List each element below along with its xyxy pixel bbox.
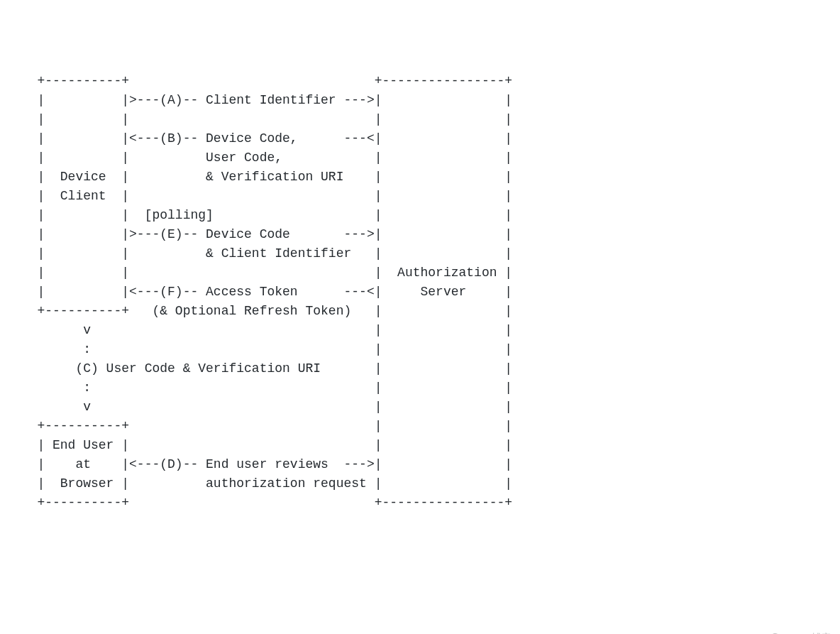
diagram-line: | Client | | |	[14, 189, 512, 203]
diagram-line: | |<---(B)-- Device Code, ---<| |	[14, 131, 512, 146]
diagram-line: +----------+ (& Optional Refresh Token) …	[14, 304, 512, 318]
diagram-line: | |>---(A)-- Client Identifier --->| |	[14, 93, 512, 107]
diagram-line: | |>---(E)-- Device Code --->| |	[14, 227, 512, 241]
diagram-line: v | |	[14, 323, 512, 337]
diagram-line: | |<---(F)-- Access Token ---<| Server |	[14, 285, 512, 299]
diagram-line: | Browser | authorization request | |	[14, 476, 512, 491]
diagram-line: : | |	[14, 381, 512, 395]
diagram-line: +----------+ +----------------+	[14, 496, 512, 510]
diagram-line: v | |	[14, 400, 512, 414]
diagram-line: | at |<---(D)-- End user reviews --->| |	[14, 457, 512, 471]
diagram-line: | | & Client Identifier | |	[14, 246, 512, 261]
diagram-line: : | |	[14, 342, 512, 356]
diagram-line: (C) User Code & Verification URI | |	[14, 361, 512, 376]
diagram-line: +----------+ +----------------+	[14, 74, 512, 88]
diagram-line: +----------+ | |	[14, 419, 512, 433]
watermark-text: @51CTO博客	[770, 630, 831, 634]
diagram-line: | | | |	[14, 112, 512, 126]
diagram-line: | | [polling] | |	[14, 208, 512, 222]
diagram-line: | Device | & Verification URI | |	[14, 170, 512, 184]
diagram-line: | | User Code, | |	[14, 151, 512, 165]
diagram-line: | | | Authorization |	[14, 266, 512, 280]
diagram-line: | End User | | |	[14, 438, 512, 452]
ascii-diagram: +----------+ +----------------+ | |>---(…	[14, 72, 826, 513]
